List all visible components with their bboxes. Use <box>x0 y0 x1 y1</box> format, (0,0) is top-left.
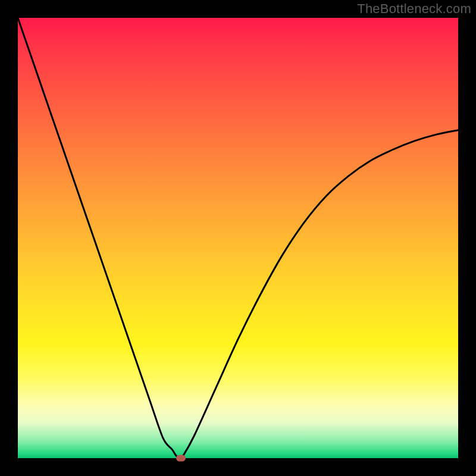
bottleneck-curve-path <box>18 18 458 458</box>
chart-plot-area <box>18 18 458 458</box>
chart-curve-svg <box>18 18 458 458</box>
bottleneck-marker <box>176 455 186 462</box>
watermark-text: TheBottleneck.com <box>357 1 471 17</box>
